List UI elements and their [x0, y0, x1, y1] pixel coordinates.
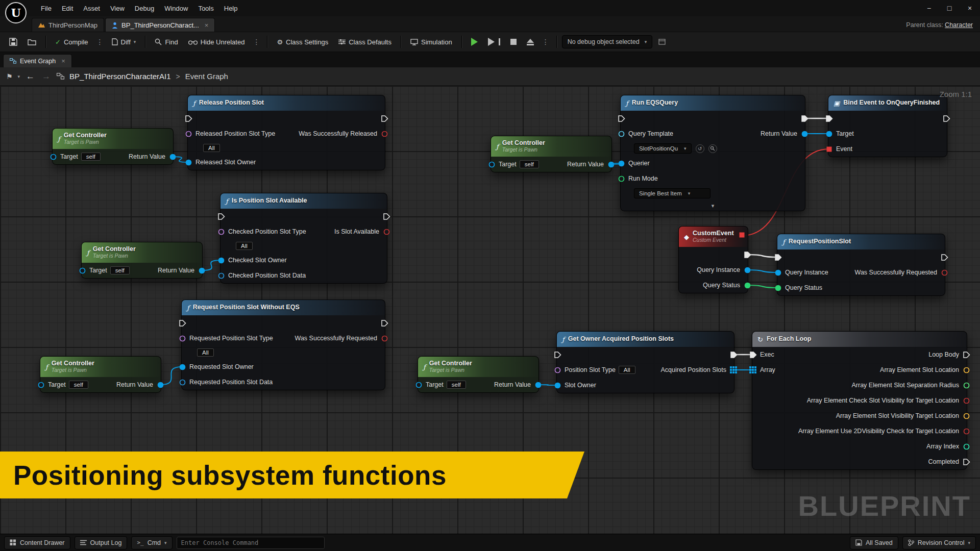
released-slot-owner-pin[interactable] — [184, 158, 192, 166]
exec-pin[interactable] — [940, 253, 948, 261]
event-pin[interactable] — [825, 145, 833, 153]
play-button[interactable] — [467, 35, 482, 49]
return-value-pin[interactable] — [168, 153, 177, 161]
exec-pin[interactable] — [553, 350, 561, 359]
save-button[interactable] — [5, 35, 21, 49]
output-log-button[interactable]: Output Log — [75, 536, 128, 549]
combo-select[interactable]: Single Best Item▾ — [634, 188, 710, 198]
return-value-pin[interactable] — [156, 381, 164, 389]
target-pin[interactable] — [487, 160, 496, 168]
return-value-pin[interactable] — [198, 266, 206, 274]
node-title-bar[interactable]: ƒGet ControllerTarget is Pawn — [418, 357, 538, 377]
exec-pin[interactable] — [729, 350, 738, 359]
node-get-owner-acquired-position-slots[interactable]: ƒGet Owner Acquired Position SlotsPositi… — [556, 331, 734, 393]
eject-button[interactable] — [523, 36, 538, 48]
menu-view[interactable]: View — [105, 3, 130, 14]
completed-pin[interactable] — [962, 458, 970, 466]
slot-type-value[interactable]: All — [203, 144, 220, 152]
was-successfully-released-pin[interactable] — [380, 130, 388, 138]
tab-close-icon[interactable]: × — [61, 57, 65, 65]
node-title-bar[interactable]: ▣Bind Event to OnQueryFinished — [828, 95, 947, 111]
return-value-pin[interactable] — [534, 381, 542, 389]
node-title-bar[interactable]: ƒRun EQSQuery — [621, 95, 805, 111]
node-title-bar[interactable]: ƒRequest Position Slot Without EQS — [182, 300, 385, 315]
checked-position-slot-type-pin[interactable] — [217, 228, 225, 236]
hide-unrelated-button[interactable]: Hide Unrelated — [184, 35, 249, 49]
nav-forward-button[interactable]: → — [41, 71, 52, 82]
compile-button[interactable]: ✓ Compile — [51, 35, 92, 49]
menu-asset[interactable]: Asset — [78, 3, 105, 14]
query-instance-pin[interactable] — [774, 268, 782, 277]
bookmark-chevron-icon[interactable]: ▾ — [18, 74, 20, 79]
was-successfully-requested-pin[interactable] — [940, 268, 948, 277]
target-pin[interactable] — [825, 130, 833, 138]
diff-button[interactable]: Diff ▾ — [108, 35, 140, 49]
node-title-bar[interactable]: ƒGet ControllerTarget is Pawn — [82, 242, 202, 263]
browse-to-asset-button[interactable] — [23, 35, 40, 48]
parent-class-value[interactable]: Character — [945, 21, 973, 29]
released-position-slot-type-pin[interactable] — [184, 130, 192, 138]
target-pin[interactable] — [49, 153, 57, 161]
requested-slot-owner-pin[interactable] — [178, 363, 186, 371]
tab-event-graph[interactable]: Event Graph × — [3, 54, 72, 67]
simulation-button[interactable]: Simulation — [406, 35, 456, 49]
return-value-pin[interactable] — [607, 160, 615, 168]
exec-pin[interactable] — [380, 319, 388, 327]
node-title-bar[interactable]: ƒRelease Position Slot — [188, 95, 385, 111]
content-drawer-button[interactable]: Content Drawer — [4, 536, 70, 549]
array-element-check-slot-visibility-for-target-location-pin[interactable] — [962, 396, 970, 405]
query-status-pin[interactable] — [774, 284, 782, 292]
console-command-input[interactable] — [177, 537, 325, 549]
position-slot-type-pin[interactable] — [553, 366, 561, 374]
node-title-bar[interactable]: ƒIs Position Slot Available — [220, 193, 387, 209]
node-is-position-slot-available[interactable]: ƒIs Position Slot AvailableChecked Posit… — [220, 193, 387, 284]
exec-pin[interactable] — [743, 251, 751, 259]
exec-pin[interactable] — [942, 114, 950, 122]
expand-advanced-icon[interactable]: ▾ — [712, 203, 715, 209]
maximize-button[interactable]: □ — [939, 0, 960, 16]
node-title-bar[interactable]: ƒGet ControllerTarget is Pawn — [491, 136, 611, 157]
search-icon[interactable] — [708, 144, 717, 153]
pin-value-box[interactable]: self — [81, 153, 101, 161]
breadcrumb-section[interactable]: Event Graph — [185, 72, 228, 81]
exec-pin[interactable] — [774, 253, 782, 261]
node-bind-event-to-onqueryfinished[interactable]: ▣Bind Event to OnQueryFinishedTargetEven… — [828, 95, 947, 157]
menu-tools[interactable]: Tools — [193, 3, 218, 14]
nav-back-button[interactable]: ← — [25, 71, 36, 82]
acquired-position-slots-pin[interactable] — [729, 366, 738, 374]
checked-slot-owner-pin[interactable] — [217, 256, 225, 264]
combo-select[interactable]: SlotPositionQu▾ — [634, 143, 692, 154]
node-request-position-slot-node[interactable]: ƒRequestPositionSlotQuery InstanceWas Su… — [777, 234, 945, 296]
tab-close-icon[interactable]: × — [205, 21, 209, 29]
query-status-pin[interactable] — [743, 281, 751, 289]
node-release-position-slot[interactable]: ƒRelease Position SlotReleased Position … — [187, 95, 385, 170]
event-graph-canvas[interactable]: ƒGet ControllerTarget is PawnTargetselfR… — [0, 86, 980, 534]
target-pin[interactable] — [78, 266, 86, 274]
play-options-kebab-icon[interactable]: ⋮ — [540, 38, 551, 46]
requested-position-slot-data-pin[interactable] — [178, 378, 186, 386]
requested-position-slot-type-pin[interactable] — [178, 334, 186, 342]
tab-bp-thirdpersoncharacter[interactable]: BP_ThirdPersonCharact... × — [105, 18, 215, 32]
querier-pin[interactable] — [617, 159, 625, 167]
cmd-select[interactable]: >_ Cmd ▾ — [131, 536, 172, 549]
tab-thirdpersonmap[interactable]: ThirdPersonMap — [32, 18, 104, 32]
node-get-controller-4[interactable]: ƒGet ControllerTarget is PawnTargetselfR… — [418, 356, 539, 393]
loop-body-pin[interactable] — [962, 350, 970, 359]
breadcrumb-asset[interactable]: BP_ThirdPersonCharacterAI1 — [69, 72, 170, 81]
node-title-bar[interactable]: ƒGet ControllerTarget is Pawn — [40, 357, 161, 377]
array-element-slot-separation-radius-pin[interactable] — [962, 381, 970, 389]
node-for-each-loop[interactable]: ↻For Each LoopExecLoop BodyArrayArray El… — [752, 331, 967, 470]
exec-pin[interactable] — [184, 114, 192, 122]
node-title-bar[interactable]: ƒGet ControllerTarget is Pawn — [53, 129, 173, 149]
all-saved-button[interactable]: All Saved — [850, 536, 898, 549]
hide-unrelated-kebab-icon[interactable]: ⋮ — [251, 38, 262, 46]
class-settings-button[interactable]: ⚙ Class Settings — [273, 35, 332, 49]
checked-position-slot-data-pin[interactable] — [217, 271, 225, 280]
exec-pin[interactable] — [178, 319, 186, 327]
node-title-bar[interactable]: ↻For Each Loop — [752, 332, 967, 347]
node-request-position-slot-without-eqs[interactable]: ƒRequest Position Slot Without EQSReques… — [181, 299, 385, 390]
close-button[interactable]: × — [960, 0, 980, 16]
node-title-bar[interactable]: ƒRequestPositionSlot — [777, 234, 945, 249]
delegate-pin[interactable] — [739, 231, 745, 240]
array-index-pin[interactable] — [962, 442, 970, 450]
